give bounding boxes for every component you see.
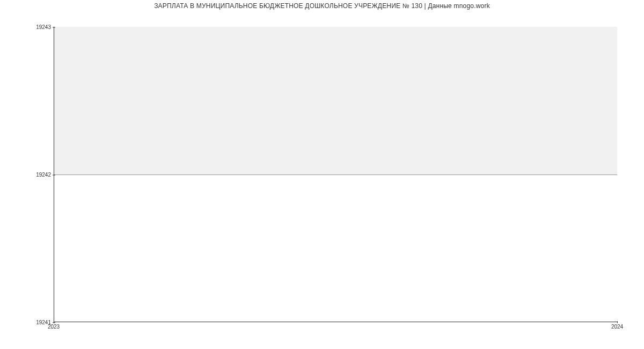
x-tick-label: 2024: [611, 324, 623, 330]
chart-container: ЗАРПЛАТА В МУНИЦИПАЛЬНОЕ БЮДЖЕТНОЕ ДОШКО…: [0, 0, 644, 349]
y-tick-mark: [53, 174, 55, 175]
x-tick-label: 2023: [48, 324, 60, 330]
y-tick-mark: [53, 27, 55, 27]
y-tick-text: 19243: [36, 24, 51, 30]
y-tick-label: 19243: [3, 24, 51, 30]
plot-bg-lower: [54, 174, 617, 322]
x-tick-text: 2023: [48, 324, 60, 330]
chart-title: ЗАРПЛАТА В МУНИЦИПАЛЬНОЕ БЮДЖЕТНОЕ ДОШКО…: [0, 2, 644, 10]
y-tick-label: 19241: [3, 319, 51, 325]
x-tick-mark: [617, 321, 618, 323]
plot-area: [54, 27, 617, 322]
y-tick-text: 19242: [36, 172, 51, 178]
data-series-line: [54, 174, 617, 175]
x-tick-text: 2024: [611, 324, 623, 330]
y-tick-label: 19242: [3, 172, 51, 178]
plot-bg-upper: [54, 27, 617, 174]
x-tick-mark: [54, 321, 54, 323]
